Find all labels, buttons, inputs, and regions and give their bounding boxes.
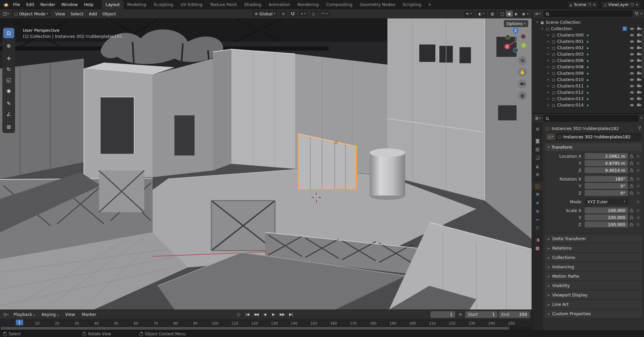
- animate-dot[interactable]: [635, 185, 641, 187]
- lock-button[interactable]: [628, 191, 635, 195]
- outliner-item-row[interactable]: ▸ ▢ Clusters:006 ▲: [532, 57, 644, 64]
- zoom-button[interactable]: [518, 56, 527, 65]
- number-field[interactable]: 2.0961 m: [585, 153, 628, 159]
- timeline-ruler[interactable]: 1020304050607080901001101201301401501601…: [0, 319, 532, 326]
- workspace-tab[interactable]: Geometry Nodes: [356, 0, 399, 9]
- item-label[interactable]: Clusters:000: [557, 32, 584, 38]
- panel-section-header[interactable]: ▸ Instancing: [545, 263, 642, 271]
- next-keyframe-button[interactable]: ▶▶: [278, 311, 286, 318]
- outliner-item-row[interactable]: ▸ ▢ Clusters:009 ▲: [532, 70, 644, 76]
- outliner-scrollbar[interactable]: [642, 28, 644, 78]
- frame-start-field[interactable]: Start 1: [465, 311, 497, 318]
- pan-button[interactable]: ✋: [518, 68, 527, 77]
- scrollbar-thumb[interactable]: [1, 327, 509, 330]
- eye-icon[interactable]: [630, 84, 634, 88]
- tab-texture[interactable]: ▦: [532, 244, 543, 252]
- disclosure-triangle-icon[interactable]: ▾: [535, 21, 539, 24]
- gizmos-dropdown[interactable]: ✛ ▾: [464, 10, 474, 17]
- overlays-dropdown[interactable]: ◐ ▾: [476, 10, 487, 17]
- item-label[interactable]: Clusters:009: [557, 71, 584, 76]
- animate-dot[interactable]: [635, 216, 641, 219]
- viewport-3d[interactable]: User Perspective (1) Collection | Instan…: [0, 18, 532, 310]
- pin-icon[interactable]: [638, 126, 641, 131]
- workspace-tab[interactable]: Rendering: [294, 0, 323, 9]
- panel-section-header[interactable]: ▸ Line Art: [545, 300, 642, 309]
- object-name-field[interactable]: ▢ ▾ ▢ Instances 302:!rubberplates182: [546, 133, 641, 140]
- play-reverse-button[interactable]: ◀: [261, 311, 268, 318]
- disclosure-triangle-icon[interactable]: ▸: [546, 78, 551, 81]
- breadcrumb-object-name[interactable]: Instances 302:!rubberplates182: [551, 126, 619, 131]
- falloff-dropdown[interactable]: ◠ ▾: [319, 10, 330, 17]
- transform-tool[interactable]: ◉: [3, 86, 14, 96]
- scene-selector[interactable]: ◭ Scene ❐ ×: [568, 1, 598, 8]
- outliner-item-row[interactable]: ▸ ▢ Clusters:002 ▲: [532, 45, 644, 51]
- outliner-item-row[interactable]: ▸ ▢ Clusters:014 ▲: [532, 102, 644, 108]
- timeline-editor-button[interactable]: ◷ ▾: [2, 312, 10, 317]
- use-preview-range-toggle[interactable]: ◷: [457, 311, 464, 318]
- tab-material[interactable]: ◑: [532, 235, 543, 244]
- select-box-tool[interactable]: ⊡: [3, 28, 14, 38]
- prev-keyframe-button[interactable]: ◀◀: [252, 311, 260, 318]
- lock-button[interactable]: [628, 177, 635, 181]
- panel-section-header[interactable]: ▸ Delta Transform: [545, 234, 642, 243]
- workspace-tab[interactable]: Texture Paint: [206, 0, 240, 9]
- number-field[interactable]: 0°: [585, 183, 628, 189]
- panel-section-header[interactable]: ▸ Collections: [545, 253, 642, 262]
- eye-icon[interactable]: [630, 33, 634, 37]
- current-frame-field[interactable]: 1: [430, 311, 455, 318]
- transform-panel-header[interactable]: ▾ Transform: [545, 143, 642, 151]
- shading-material-button[interactable]: ◐: [513, 11, 520, 17]
- playback-menu[interactable]: Playback ▾: [11, 310, 38, 319]
- snap-toggle[interactable]: [289, 10, 297, 17]
- pivot-dropdown[interactable]: ⊙: [280, 10, 287, 17]
- new-viewlayer-icon[interactable]: ❐: [631, 3, 634, 7]
- outliner-item-row[interactable]: ▸ ▢ Clusters:012 ▲: [532, 89, 644, 95]
- outliner-item-row[interactable]: ▸ ▢ Clusters:013 ▲: [532, 95, 644, 102]
- viewport-menu-item[interactable]: View: [53, 9, 68, 18]
- workspace-tab[interactable]: Shading: [240, 0, 265, 9]
- viewport-menu-item[interactable]: Object: [100, 9, 119, 18]
- properties-search[interactable]: [543, 115, 639, 122]
- number-field[interactable]: 100.000: [585, 221, 628, 227]
- lock-button[interactable]: [628, 168, 635, 172]
- scene-collection-row[interactable]: ▾ ▦ Scene Collection: [532, 19, 644, 25]
- object-name-value[interactable]: Instances 302:!rubberplates182: [563, 134, 631, 139]
- eye-icon[interactable]: [630, 72, 634, 75]
- item-label[interactable]: Clusters:012: [557, 90, 584, 95]
- disclosure-triangle-icon[interactable]: ▸: [546, 46, 551, 49]
- annotate-tool[interactable]: ✎: [3, 98, 14, 109]
- eye-icon[interactable]: [630, 40, 634, 43]
- item-label[interactable]: Clusters:001: [557, 39, 584, 44]
- camera-visibility-icon[interactable]: [637, 84, 642, 88]
- lock-button[interactable]: [628, 215, 635, 219]
- number-field[interactable]: 4.8795 m: [585, 160, 628, 166]
- item-label[interactable]: Clusters:002: [557, 45, 584, 50]
- frame-end-field[interactable]: End 250: [499, 311, 530, 318]
- eye-icon[interactable]: [630, 78, 634, 81]
- workspace-tab[interactable]: Sculpting: [150, 0, 177, 9]
- rotate-tool[interactable]: ↻: [3, 64, 14, 74]
- shading-rendered-button[interactable]: ◑: [520, 11, 527, 17]
- item-label[interactable]: Clusters:008: [557, 64, 584, 69]
- playhead[interactable]: 1: [16, 320, 23, 325]
- remove-viewlayer-icon[interactable]: ×: [635, 2, 639, 7]
- panel-section-header[interactable]: ▸ Motion Paths: [545, 272, 642, 280]
- animate-dot[interactable]: [635, 201, 641, 203]
- outliner-item-row[interactable]: ▸ ▢ Clusters:001 ▲: [532, 38, 644, 45]
- camera-visibility-icon[interactable]: [637, 46, 642, 50]
- workspace-tab[interactable]: Scripting: [399, 0, 425, 9]
- snap-target-dropdown[interactable]: ⌖ ▾: [299, 10, 308, 17]
- animate-dot[interactable]: [635, 162, 641, 164]
- outliner-editor-button[interactable]: ≡ ▾: [534, 11, 541, 16]
- disclosure-triangle-icon[interactable]: ▸: [546, 72, 551, 75]
- workspace-tab[interactable]: Modeling: [123, 0, 150, 9]
- lock-button[interactable]: [628, 208, 635, 212]
- jump-to-start-button[interactable]: |◀: [244, 311, 251, 318]
- camera-visibility-icon[interactable]: [637, 90, 642, 94]
- number-field[interactable]: 100.000: [585, 207, 628, 213]
- editor-type-button[interactable]: ◳ ▾: [2, 11, 10, 16]
- camera-visibility-icon[interactable]: [637, 59, 642, 62]
- menu-item[interactable]: Edit: [23, 0, 37, 9]
- number-field[interactable]: 180°: [585, 176, 628, 182]
- camera-visibility-icon[interactable]: [637, 33, 642, 37]
